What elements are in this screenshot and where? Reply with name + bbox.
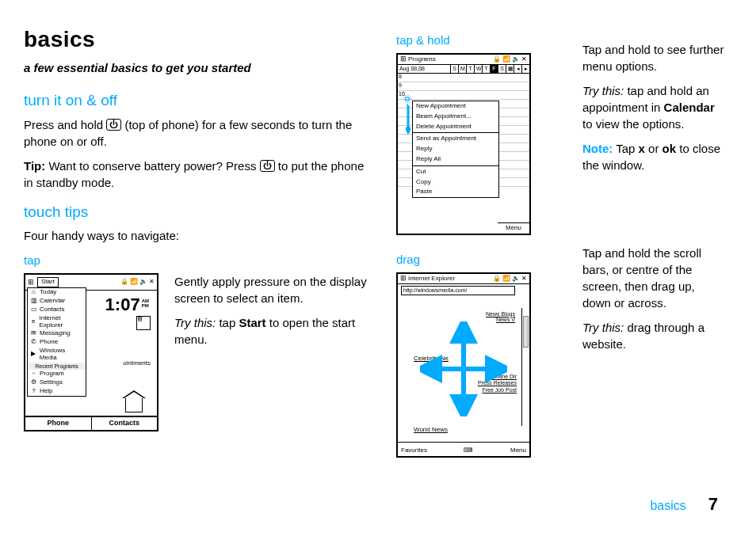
volume-icon: 🔈: [512, 276, 520, 283]
drag-try: Try this: drag through a website.: [582, 319, 724, 352]
close-icon[interactable]: ✕: [521, 56, 527, 63]
figure-tap: ⊞ Start 🔒 📶 🔈 ✕ 1:07 AMPM ⌂Today ▥Calend…: [24, 273, 158, 431]
touch-tips-intro: Four handy ways to navigate:: [24, 227, 372, 244]
taphold-description: Tap and hold to see further menu options…: [582, 41, 724, 74]
mail-icon: ✉: [30, 330, 37, 337]
taphold-note: Note: Tap x or ok to close the window.: [582, 140, 724, 173]
left-arrow-icon[interactable]: ◂: [514, 65, 521, 73]
media-icon: ▶: [30, 351, 37, 358]
signal-icon: 📶: [502, 276, 510, 283]
drag-description: Tap and hold the scroll bars, or centre …: [582, 245, 724, 311]
ie-icon: e: [30, 318, 36, 325]
figure-tap-hold: ⊞ Programs 🔒 📶 🔈 ✕ Aug 08,08 S M T W T F: [396, 53, 531, 235]
tip-text: Tip: Want to conserve battery power? Pre…: [24, 158, 372, 191]
lock-icon: 🔒: [493, 276, 501, 283]
page-footer: basics 7: [650, 492, 718, 517]
house-icon: [125, 398, 143, 412]
page-subtitle: a few essential basics to get you starte…: [24, 59, 372, 76]
power-icon: ⏻: [260, 160, 275, 172]
close-icon[interactable]: ✕: [149, 279, 155, 286]
heading-drag: drag: [396, 251, 563, 268]
contacts-icon: ▭: [30, 306, 37, 314]
calendar-icon: ▦: [506, 65, 514, 73]
calendar-icon: ▥: [30, 298, 37, 305]
turn-on-text: Press and hold ⏻ (top of phone) for a fe…: [24, 116, 372, 150]
svg-point-0: [406, 97, 410, 101]
heading-turn-on: turn it on & off: [24, 90, 372, 112]
taphold-try: Try this: tap and hold an appointment in…: [582, 82, 724, 132]
windows-flag-icon: ⊞: [28, 279, 34, 287]
volume-icon: 🔈: [512, 56, 520, 63]
svg-point-1: [403, 95, 411, 103]
softkey-contacts[interactable]: Contacts: [92, 417, 158, 430]
windows-flag-icon: ⊞: [400, 55, 407, 63]
lock-icon: 🔒: [120, 279, 128, 286]
help-icon: ?: [30, 388, 37, 395]
lock-icon: 🔒: [493, 56, 501, 63]
settings-icon: ⚙: [30, 379, 37, 386]
softkey-phone[interactable]: Phone: [25, 417, 92, 430]
tap-try: Try this: tap Start to open the start me…: [174, 314, 372, 348]
softkey-menu[interactable]: Menu: [510, 447, 526, 454]
start-button[interactable]: Start: [37, 277, 59, 287]
tap-description: Gently apply pressure on the display scr…: [174, 273, 372, 306]
close-icon[interactable]: ✕: [521, 276, 527, 283]
softkey-favorites[interactable]: Favorites: [401, 447, 427, 454]
url-bar[interactable]: http://windowsmedia.com/: [401, 286, 515, 295]
volume-icon: 🔈: [139, 279, 147, 286]
signal-icon: 📶: [130, 279, 138, 286]
context-menu[interactable]: New Appointment Beam Appoitment... Delet…: [412, 101, 499, 198]
tap-gesture-icon: [401, 93, 414, 105]
figure-drag: ⊞ Internet Explorer 🔒 📶 🔈 ✕ http://windo…: [396, 272, 531, 458]
icon-placeholder: ⛨: [136, 316, 151, 330]
home-icon: ⌂: [30, 289, 37, 296]
heading-touch-tips: touch tips: [24, 202, 372, 223]
heading-tap: tap: [24, 252, 372, 268]
right-arrow-icon[interactable]: ▸: [521, 65, 529, 73]
phone-icon: ✆: [30, 339, 37, 346]
heading-tap-hold: tap & hold: [396, 32, 563, 48]
power-icon: ⏻: [106, 119, 121, 131]
windows-flag-icon: ⊞: [400, 275, 407, 283]
page-title: basics: [24, 24, 372, 55]
appointments-label: ointments: [123, 360, 151, 367]
keyboard-icon[interactable]: ⌨: [427, 447, 510, 454]
softkey-menu[interactable]: Menu: [498, 222, 529, 234]
scrollbar-vertical[interactable]: [521, 308, 529, 426]
down-arrow-icon: [406, 105, 410, 137]
program-icon: ▫: [30, 371, 37, 378]
start-menu[interactable]: ⌂Today ▥Calendar ▭Contacts eInternet Exp…: [27, 287, 86, 396]
drag-arrows-icon: [420, 321, 507, 416]
clock-time: 1:07 AMPM: [105, 295, 149, 314]
signal-icon: 📶: [502, 56, 510, 63]
